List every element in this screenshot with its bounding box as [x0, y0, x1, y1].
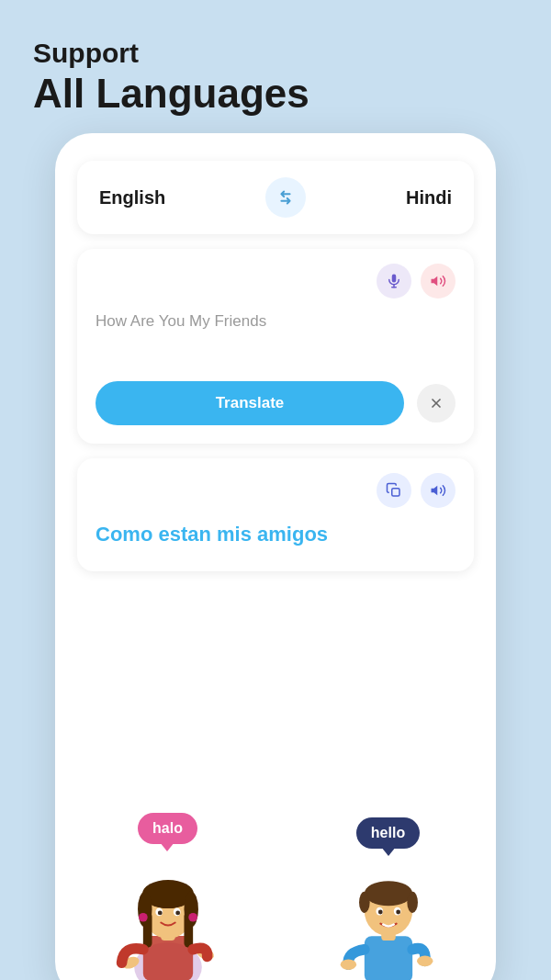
- output-card: Como estan mis amigos: [77, 458, 474, 571]
- language-selector: English Hindi: [77, 161, 474, 234]
- phone-frame: English Hindi: [55, 133, 496, 980]
- svg-point-33: [377, 910, 382, 915]
- target-language[interactable]: Hindi: [406, 187, 452, 208]
- svg-rect-0: [392, 275, 397, 283]
- support-label: Support: [33, 37, 518, 70]
- svg-point-21: [139, 913, 148, 922]
- close-button[interactable]: [417, 384, 455, 422]
- bubble-halo: halo: [138, 813, 197, 844]
- output-icons-row: [96, 473, 455, 508]
- output-speaker-button[interactable]: [421, 473, 455, 508]
- svg-point-36: [417, 956, 433, 967]
- bubble-hello: hello: [356, 817, 420, 849]
- input-text[interactable]: How Are You My Friends: [96, 310, 455, 365]
- svg-point-19: [157, 910, 162, 915]
- svg-point-22: [188, 913, 197, 922]
- svg-point-35: [340, 959, 355, 970]
- translate-button[interactable]: Translate: [96, 381, 404, 425]
- svg-marker-3: [432, 276, 438, 287]
- copy-button[interactable]: [377, 473, 411, 508]
- girl-character: halo: [104, 813, 232, 980]
- svg-point-20: [175, 910, 180, 915]
- svg-rect-25: [364, 936, 411, 980]
- source-language[interactable]: English: [99, 187, 165, 208]
- all-languages-label: All Languages: [33, 70, 518, 118]
- svg-marker-7: [432, 486, 438, 496]
- svg-point-28: [364, 881, 411, 906]
- svg-point-29: [359, 892, 370, 913]
- svg-point-34: [396, 910, 400, 915]
- swap-button[interactable]: [265, 177, 306, 218]
- header: Support All Languages: [0, 0, 551, 137]
- output-text: Como estan mis amigos: [96, 519, 455, 549]
- boy-avatar: [329, 856, 448, 980]
- boy-character: hello: [329, 817, 448, 980]
- input-speaker-button[interactable]: [421, 264, 455, 299]
- input-card: How Are You My Friends Translate: [77, 249, 474, 444]
- svg-rect-6: [392, 489, 399, 496]
- input-icons-row: [96, 264, 455, 299]
- svg-point-30: [407, 892, 418, 913]
- microphone-button[interactable]: [377, 264, 411, 299]
- characters-area: halo: [55, 796, 496, 980]
- girl-avatar: [104, 851, 232, 980]
- action-row: Translate: [96, 381, 455, 425]
